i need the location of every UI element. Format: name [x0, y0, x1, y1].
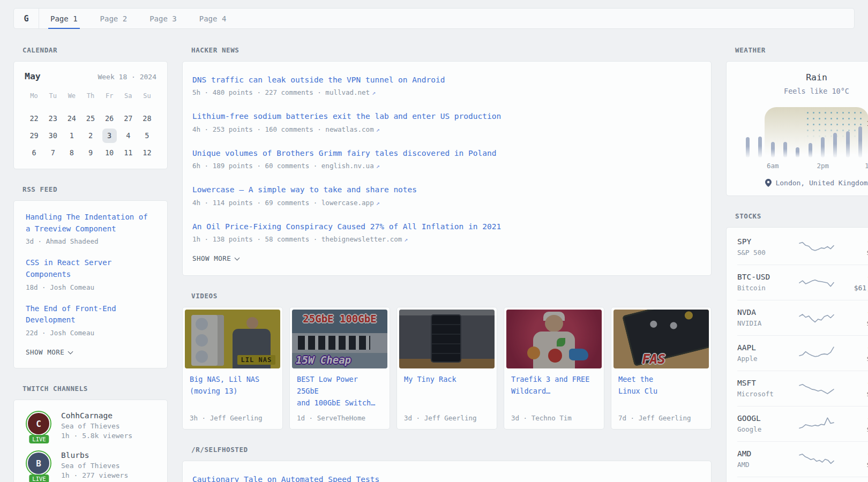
weather-section-title: WEATHER: [735, 46, 868, 54]
stock-ticker: NVDA: [737, 308, 798, 317]
reddit-item: Cautionary Tale on Automated Speed Tests…: [192, 473, 701, 482]
stock-ticker: AAPL: [737, 343, 798, 352]
hacker-news-item-title[interactable]: Lowercase – A simple way to take and sha…: [192, 184, 701, 195]
video-title[interactable]: My Tiny Rack: [404, 374, 490, 409]
stock-ticker: SPY: [737, 237, 798, 246]
nav-tab[interactable]: Page 3: [138, 9, 188, 28]
twitch-channel-row[interactable]: C LIVE CohhCarnage Sea of Thieves 1h · 5…: [26, 411, 155, 440]
app-logo[interactable]: G: [14, 9, 39, 28]
calendar-dow: Su: [138, 90, 156, 103]
rss-item: Handling The Indentation of a Treeview C…: [26, 212, 155, 245]
stock-left: MSFT Microsoft: [737, 379, 798, 398]
left-column: CALENDAR May Week 18 · 2024 MoTuWeThFrSa…: [13, 46, 168, 482]
hacker-news-item-meta: 6h · 189 points · 60 comments · english.…: [192, 162, 701, 170]
weather-axis: 6am 2pm 10pm: [742, 162, 868, 171]
video-card[interactable]: My Tiny Rack 3d · Jeff Geerling: [396, 307, 497, 430]
video-card[interactable]: LIL NAS: [182, 307, 283, 430]
video-thumbnail[interactable]: [506, 310, 602, 368]
calendar-day: 8: [62, 146, 81, 160]
stock-row[interactable]: MSFT Microsoft +2.24% $406.76: [737, 371, 868, 406]
reddit-widget: Cautionary Tale on Automated Speed Tests…: [182, 461, 712, 482]
hacker-news-item-title[interactable]: Unique volumes of Brothers Grimm fairy t…: [192, 147, 701, 159]
stocks-widget: SPY S&P 500 +1.32% $511.69: [726, 227, 868, 482]
source-link[interactable]: mullvad.net: [325, 88, 370, 96]
calendar-day: 28: [138, 111, 156, 126]
calendar-day: 6: [25, 146, 43, 160]
reddit-item-title[interactable]: Cautionary Tale on Automated Speed Tests: [192, 473, 701, 482]
hacker-news-item: DNS traffic can leak outside the VPN tun…: [192, 74, 701, 96]
video-title[interactable]: Traefik 3 and FREE Wildcard…: [511, 374, 597, 409]
source-link[interactable]: lowercase.app: [321, 199, 374, 207]
video-thumbnail[interactable]: 25GbE 100GbE 15W Cheap: [292, 310, 387, 368]
weather-condition: Rain: [727, 72, 868, 82]
twitch-channel-name: Blurbs: [61, 451, 128, 460]
twitch-section-title: TWITCH CHANNELS: [23, 385, 168, 393]
external-link-icon[interactable]: ↗: [372, 89, 376, 96]
hacker-news-item: Lithium-free sodium batteries exit the l…: [192, 110, 701, 133]
calendar-day: 9: [81, 146, 100, 160]
stock-row[interactable]: AMD AMD +2.97% $150.50: [737, 442, 868, 477]
twitch-channel-row[interactable]: B LIVE Blurbs Sea of Thieves 1h · 277 vi…: [26, 450, 155, 479]
external-link-icon[interactable]: ↗: [376, 126, 380, 133]
twitch-avatar-wrap: C LIVE: [26, 411, 53, 440]
hacker-news-item-title[interactable]: Lithium-free sodium batteries exit the l…: [192, 110, 701, 122]
source-link[interactable]: english.nv.ua: [321, 162, 374, 170]
rss-item-title[interactable]: CSS in React Server Components: [26, 257, 155, 280]
stock-left: BTC-USD Bitcoin: [737, 273, 798, 292]
hacker-news-show-more-button[interactable]: SHOW MORE: [192, 254, 701, 262]
external-link-icon[interactable]: ↗: [404, 236, 408, 243]
stock-ticker: MSFT: [737, 379, 798, 387]
hacker-news-item-meta: 4h · 253 points · 160 comments · newatla…: [192, 125, 701, 133]
hacker-news-section-title: HACKER NEWS: [191, 46, 712, 54]
hacker-news-item-title[interactable]: An Oil Price-Fixing Conspiracy Caused 27…: [192, 221, 701, 232]
external-link-icon[interactable]: ↗: [376, 199, 380, 207]
calendar-day: 30: [43, 129, 62, 143]
stock-ticker: GOOGL: [737, 414, 798, 423]
stock-row[interactable]: GOOGL Google +0.25% $167.03: [737, 406, 868, 442]
video-title[interactable]: BEST Low Power 25GbE and 100GbE Switch…: [297, 374, 383, 409]
nav-tab[interactable]: Page 1: [39, 9, 89, 28]
video-thumbnail[interactable]: LIL NAS: [185, 310, 280, 368]
rss-show-more-button[interactable]: SHOW MORE: [26, 348, 155, 356]
video-card[interactable]: 25GbE 100GbE 15W Cheap: [289, 307, 390, 430]
stock-row[interactable]: RDDT -1.59%: [737, 477, 868, 482]
weather-location: London, United Kingdom: [727, 179, 868, 187]
nav-tab[interactable]: Page 2: [89, 9, 139, 28]
video-title[interactable]: Meet the Linux Clu: [618, 374, 704, 409]
video-card[interactable]: Traefik 3 and FREE Wildcard… 3d · Techno…: [504, 307, 604, 430]
thumbnail-dim-overlay: [613, 310, 709, 368]
stock-company: Google: [737, 425, 798, 433]
videos-carousel: LIL NAS: [182, 307, 712, 430]
rss-list: Handling The Indentation of a Treeview C…: [26, 212, 155, 337]
nav-tab[interactable]: Page 4: [188, 9, 238, 28]
page-tabs: Page 1 Page 2 Page 3 Page 4: [39, 9, 237, 28]
rss-item-title[interactable]: The End of Front-End Development: [26, 303, 155, 326]
stock-left: SPY S&P 500: [737, 237, 798, 257]
hacker-news-item-title[interactable]: DNS traffic can leak outside the VPN tun…: [192, 74, 701, 86]
weather-feels-like: Feels like 10°C: [727, 87, 868, 95]
video-card[interactable]: FAS Meet the Linux Clu 7d · Jeff Geerlin…: [611, 307, 712, 430]
calendar-section-title: CALENDAR: [23, 46, 168, 54]
video-thumbnail[interactable]: FAS: [613, 310, 709, 368]
stock-ticker: BTC-USD: [737, 273, 798, 281]
weather-bars: 12°: [742, 108, 868, 157]
rss-item-meta: 3d · Ahmad Shadeed: [26, 237, 155, 245]
stock-row[interactable]: SPY S&P 500 +1.32% $511.69: [737, 230, 868, 265]
video-title[interactable]: Big NAS, Lil NAS (moving 13): [190, 374, 275, 409]
calendar-day: 4: [119, 129, 138, 143]
stock-row[interactable]: BTC-USD Bitcoin +4.56% $61,820.02: [737, 265, 868, 300]
stock-row[interactable]: AAPL Apple +6.63% $184.51: [737, 336, 868, 371]
stock-change: +6.63%: [835, 343, 868, 352]
stock-right: +2.24% $406.76: [835, 379, 868, 398]
stock-row[interactable]: NVDA NVIDIA +3.49% $888.12: [737, 300, 868, 336]
nav-tab-label: Page 2: [100, 14, 128, 23]
source-link[interactable]: thebignewsletter.com: [321, 235, 402, 243]
weather-widget: Rain Feels like 10°C: [726, 61, 868, 196]
calendar-day: 29: [25, 129, 43, 143]
source-link[interactable]: newatlas.com: [325, 125, 373, 133]
video-thumbnail[interactable]: [399, 310, 495, 368]
rss-item-title[interactable]: Handling The Indentation of a Treeview C…: [26, 212, 155, 235]
external-link-icon[interactable]: ↗: [376, 162, 380, 170]
calendar-dow-row: MoTuWeThFrSaSu: [25, 90, 156, 103]
videos-section-title: VIDEOS: [191, 292, 712, 300]
